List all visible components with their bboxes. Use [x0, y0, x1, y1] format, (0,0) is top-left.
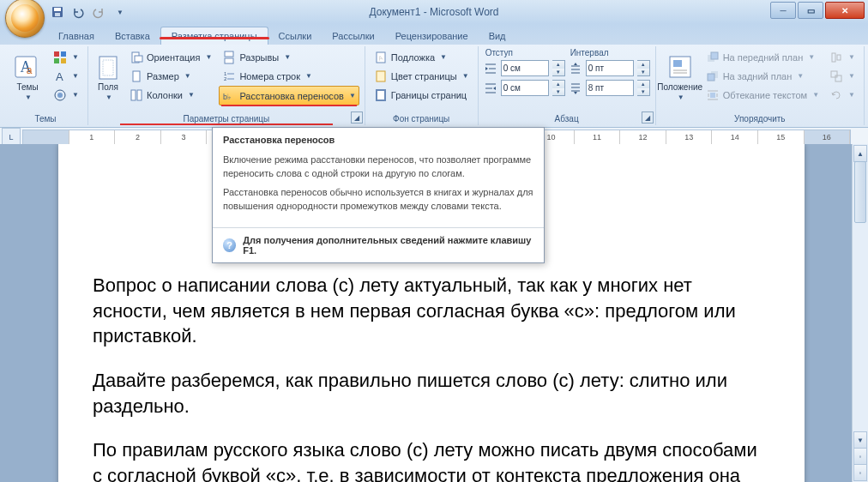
indent-right-spinner[interactable]: ▲▼: [552, 80, 565, 96]
send-back-button[interactable]: На задний план▼: [702, 67, 823, 85]
paragraph-3[interactable]: По правилам русского языка слово (с) лет…: [93, 437, 766, 482]
hyphenation-button[interactable]: b♭Расстановка переносов▼: [219, 86, 359, 105]
svg-rect-43: [835, 75, 841, 81]
themes-label: Темы: [16, 82, 38, 92]
paragraph-1[interactable]: Вопрос о написании слова (с) лету актуал…: [93, 273, 766, 349]
paragraph-launcher[interactable]: ◢: [642, 111, 654, 124]
spacing-before-input[interactable]: 0 пт: [586, 60, 634, 76]
svg-text:b♭: b♭: [223, 93, 231, 101]
word-window: ▼ Документ1 - Microsoft Word ─ ▭ ✕ Главн…: [0, 0, 868, 482]
ribbon-tabs: Главная Вставка Разметка страницы Ссылки…: [0, 24, 868, 45]
group-button[interactable]: ▼: [826, 67, 859, 85]
tab-review[interactable]: Рецензирование: [385, 27, 479, 45]
position-label: Положение: [657, 82, 702, 92]
paragraph-2[interactable]: Давайте разберемся, как правильно пишетс…: [93, 368, 766, 419]
line-numbers-button[interactable]: 12Номера строк▼: [219, 67, 359, 85]
scroll-thumb[interactable]: [854, 161, 866, 223]
qat-undo[interactable]: [69, 3, 87, 21]
text-wrap-button[interactable]: Обтекание текстом▼: [702, 86, 823, 104]
tab-references[interactable]: Ссылки: [268, 27, 322, 45]
prev-page-button[interactable]: ◦: [853, 448, 867, 465]
window-title: Документ1 - Microsoft Word: [369, 6, 498, 18]
orientation-button[interactable]: Ориентация▼: [126, 48, 215, 66]
tab-page-layout[interactable]: Разметка страницы: [160, 27, 268, 45]
office-button[interactable]: [5, 0, 45, 38]
indent-left-input[interactable]: 0 см: [501, 60, 549, 76]
hyphenation-tooltip: Расстановка переносов Включение режима р…: [212, 127, 545, 263]
indent-header: Отступ: [484, 48, 565, 57]
help-icon: ?: [223, 238, 236, 252]
breaks-button[interactable]: Разрывы▼: [219, 48, 359, 66]
svg-rect-18: [131, 90, 136, 100]
size-button[interactable]: Размер▼: [126, 67, 215, 85]
next-page-button[interactable]: ◦: [853, 464, 867, 481]
theme-fonts[interactable]: A▼: [50, 67, 82, 85]
margins-label: Поля: [98, 82, 118, 92]
tab-view[interactable]: Вид: [479, 27, 516, 45]
svg-text:A: A: [56, 70, 63, 83]
group-arrange: Положение ▼ На передний план▼ На задний …: [656, 46, 865, 125]
spacing-after-icon: [569, 81, 582, 95]
tab-insert[interactable]: Вставка: [105, 27, 160, 45]
svg-rect-36: [711, 52, 718, 59]
maximize-button[interactable]: ▭: [798, 2, 823, 19]
svg-rect-16: [135, 56, 142, 62]
qat-redo[interactable]: [89, 3, 108, 21]
vertical-scrollbar[interactable]: ▲ ▼ ◦ ◦: [852, 144, 868, 482]
bring-front-button[interactable]: На передний план▼: [702, 48, 823, 66]
columns-button[interactable]: Колонки▼: [126, 86, 215, 104]
svg-rect-6: [54, 51, 59, 57]
svg-rect-21: [225, 58, 233, 63]
tab-home[interactable]: Главная: [48, 27, 105, 45]
quick-access-toolbar: ▼: [48, 3, 129, 21]
page-borders-button[interactable]: Границы страниц: [371, 86, 473, 104]
spacing-header: Интервал: [569, 48, 650, 57]
scroll-up-button[interactable]: ▲: [853, 145, 867, 162]
page-setup-launcher[interactable]: ◢: [351, 111, 363, 124]
svg-rect-7: [61, 51, 66, 57]
svg-rect-19: [137, 90, 142, 100]
spacing-after-spinner[interactable]: ▲▼: [637, 80, 650, 96]
align-button[interactable]: ▼: [826, 48, 859, 66]
position-button[interactable]: Положение ▼: [661, 48, 699, 106]
themes-button[interactable]: Aa Темы ▼: [9, 48, 46, 106]
close-button[interactable]: ✕: [825, 2, 865, 19]
tooltip-p1: Включение режима расстановки переносов, …: [223, 154, 533, 181]
svg-text:a: a: [27, 64, 33, 76]
group-label-paragraph: Абзац: [484, 112, 650, 124]
svg-rect-39: [710, 93, 715, 98]
svg-rect-29: [377, 71, 385, 81]
indent-right-input[interactable]: 0 см: [501, 80, 549, 96]
spacing-before-spinner[interactable]: ▲▼: [637, 60, 650, 76]
spacing-after-input[interactable]: 8 пт: [586, 80, 634, 96]
svg-rect-20: [225, 51, 233, 57]
theme-colors[interactable]: ▼: [50, 48, 82, 66]
scroll-down-button[interactable]: ▼: [853, 431, 867, 449]
minimize-button[interactable]: ─: [770, 2, 796, 19]
svg-rect-9: [61, 58, 66, 63]
svg-rect-42: [831, 71, 837, 77]
group-themes: Aa Темы ▼ ▼ A▼ ▼ Темы: [3, 46, 88, 125]
page-color-button[interactable]: Цвет страницы▼: [371, 67, 473, 85]
qat-customize[interactable]: ▼: [110, 3, 129, 21]
watermark-button[interactable]: AПодложка▼: [371, 48, 473, 66]
title-bar: ▼ Документ1 - Microsoft Word ─ ▭ ✕: [0, 0, 868, 24]
rotate-button[interactable]: ▼: [826, 86, 859, 104]
qat-save[interactable]: [48, 3, 67, 21]
svg-rect-2: [55, 13, 60, 16]
svg-rect-30: [377, 90, 385, 100]
svg-text:2: 2: [224, 76, 227, 81]
indent-left-spinner[interactable]: ▲▼: [552, 60, 565, 76]
tooltip-footer: Для получения дополнительных сведений на…: [243, 235, 533, 256]
theme-effects[interactable]: ▼: [50, 86, 82, 104]
margins-button[interactable]: Поля ▼: [93, 48, 123, 106]
tooltip-p2: Расстановка переносов обычно используетс…: [223, 186, 533, 214]
group-label-arrange: Упорядочить: [661, 112, 859, 124]
svg-rect-41: [837, 55, 841, 60]
tab-mailings[interactable]: Рассылки: [322, 27, 384, 45]
tooltip-title: Расстановка переносов: [213, 128, 544, 148]
group-label-themes: Темы: [9, 112, 82, 124]
svg-rect-38: [708, 74, 714, 81]
svg-rect-32: [673, 60, 682, 67]
indent-right-icon: [484, 81, 497, 95]
